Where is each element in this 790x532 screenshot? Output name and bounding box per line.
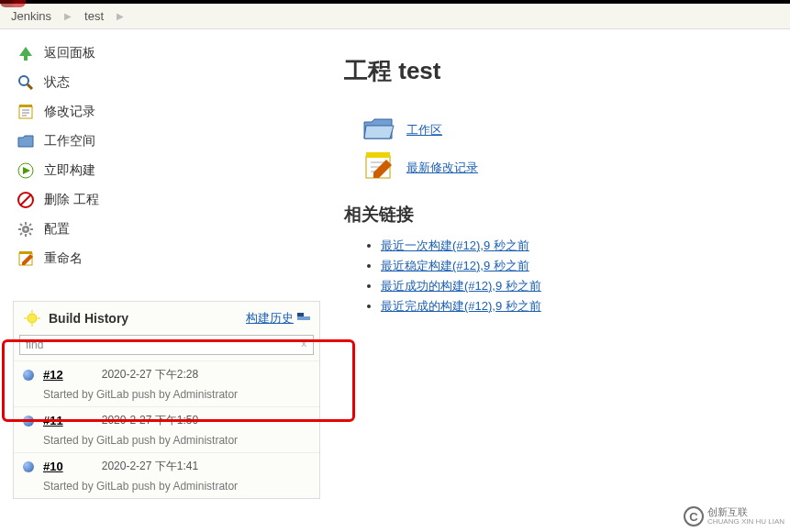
breadcrumb-root[interactable]: Jenkins [7, 9, 55, 23]
build-trend-link[interactable]: 构建历史 [246, 310, 310, 327]
status-ball-icon [23, 416, 34, 427]
sidebar-item-label: 重命名 [44, 250, 83, 267]
sidebar-item-changes[interactable]: 修改记录 [13, 97, 320, 127]
workspace-link[interactable]: 工作区 [406, 122, 442, 139]
no-entry-icon [17, 191, 35, 209]
sidebar-item-label: 配置 [44, 221, 70, 238]
svg-rect-3 [19, 105, 32, 107]
sidebar-item-status[interactable]: 状态 [13, 68, 320, 97]
watermark-pinyin: CHUANG XIN HU LIAN [707, 517, 784, 526]
permalink-last-stable[interactable]: 最近稳定构建(#12),9 秒之前 [381, 259, 529, 272]
build-cause: Started by GitLab push by Administrator [23, 428, 310, 449]
sidebar-item-back[interactable]: 返回面板 [13, 39, 320, 68]
sun-icon [23, 309, 41, 327]
breadcrumb-project[interactable]: test [81, 9, 107, 23]
svg-line-17 [20, 233, 22, 235]
svg-rect-21 [19, 251, 32, 254]
page-title: 工程 test [344, 55, 781, 87]
build-date: 2020-2-27 下午1:50 [102, 413, 198, 428]
chevron-right-icon: ▶ [59, 11, 77, 21]
status-ball-icon [23, 461, 34, 472]
watermark-logo-icon: C [684, 506, 704, 526]
jenkins-logo-fragment [0, 0, 26, 7]
chevron-right-icon: ▶ [111, 11, 129, 21]
sidebar-item-label: 立即构建 [44, 162, 95, 179]
permalinks-title: 相关链接 [344, 203, 781, 227]
svg-line-1 [28, 84, 32, 89]
build-filter-input[interactable] [19, 335, 314, 355]
build-history-title: Build History [49, 311, 128, 326]
build-row[interactable]: #11 2020-2-27 下午1:50 Started by GitLab p… [14, 406, 319, 452]
sidebar-item-configure[interactable]: 配置 [13, 215, 320, 244]
changes-link-row[interactable]: 最新修改记录 [362, 150, 781, 184]
folder-open-icon [362, 115, 395, 145]
sidebar-item-label: 返回面板 [44, 45, 95, 61]
sidebar-item-label: 状态 [44, 74, 70, 91]
sidebar-item-build-now[interactable]: 立即构建 [13, 156, 320, 185]
breadcrumb: Jenkins ▶ test ▶ [0, 4, 790, 29]
svg-line-18 [29, 224, 31, 226]
watermark: C 创新互联 CHUANG XIN HU LIAN [684, 506, 784, 526]
folder-icon [17, 132, 35, 150]
build-history-box: Build History 构建历史 x #12 2020-2-27 下午2:2… [13, 301, 320, 499]
search-icon [17, 73, 35, 92]
build-cause: Started by GitLab push by Administrator [23, 474, 310, 494]
sidebar-item-label: 修改记录 [44, 104, 95, 120]
build-row[interactable]: #12 2020-2-27 下午2:28 Started by GitLab p… [14, 360, 319, 406]
status-ball-icon [23, 370, 34, 381]
build-row[interactable]: #10 2020-2-27 下午1:41 Started by GitLab p… [14, 452, 319, 498]
sidebar-item-label: 删除 工程 [44, 192, 99, 208]
sidebar-item-delete[interactable]: 删除 工程 [13, 185, 320, 215]
svg-point-19 [25, 228, 28, 231]
notepad-edit-icon [362, 150, 395, 184]
sidebar: 返回面板 状态 修改记录 工作空间 立即构建 [0, 29, 326, 508]
permalink-last-success[interactable]: 最近成功的构建(#12),9 秒之前 [381, 279, 541, 293]
permalink-last-complete[interactable]: 最近完成的构建(#12),9 秒之前 [381, 299, 541, 313]
bar-chart-icon [297, 316, 310, 320]
svg-line-9 [20, 194, 31, 205]
sidebar-item-workspace[interactable]: 工作空间 [13, 127, 320, 156]
build-date: 2020-2-27 下午1:41 [102, 459, 198, 474]
permalink-last-build[interactable]: 最近一次构建(#12),9 秒之前 [381, 238, 529, 252]
permalinks-list: 最近一次构建(#12),9 秒之前 最近稳定构建(#12),9 秒之前 最近成功… [344, 236, 781, 316]
trend-label: 构建历史 [246, 310, 294, 327]
content: 工程 test 工作区 最新修改记录 相关链接 最近一次构建(#12),9 秒之… [326, 29, 790, 508]
gear-icon [17, 220, 35, 238]
svg-point-0 [19, 76, 28, 85]
svg-point-22 [28, 314, 37, 323]
svg-line-15 [20, 224, 22, 226]
build-cause: Started by GitLab push by Administrator [23, 382, 310, 403]
workspace-link-row[interactable]: 工作区 [362, 115, 781, 145]
sidebar-item-label: 工作空间 [44, 133, 95, 150]
build-id-link[interactable]: #11 [43, 414, 63, 427]
clock-play-icon [17, 161, 35, 180]
watermark-brand: 创新互联 [707, 507, 784, 517]
notepad-icon [17, 103, 35, 121]
edit-icon [17, 249, 35, 268]
up-arrow-icon [17, 44, 35, 62]
build-id-link[interactable]: #10 [43, 460, 63, 473]
clear-filter-icon[interactable]: x [302, 338, 307, 349]
changes-link[interactable]: 最新修改记录 [406, 160, 478, 176]
build-id-link[interactable]: #12 [43, 368, 63, 382]
build-date: 2020-2-27 下午2:28 [102, 367, 198, 382]
sidebar-item-rename[interactable]: 重命名 [13, 244, 320, 273]
svg-rect-28 [366, 152, 390, 158]
svg-line-16 [29, 233, 31, 235]
